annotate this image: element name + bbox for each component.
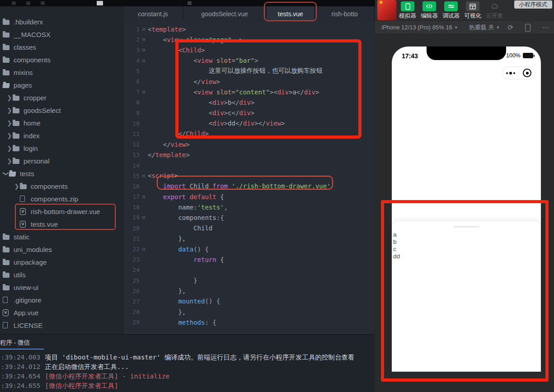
tool-cloud[interactable]: 云开发 [484,1,505,20]
chevron-right-icon[interactable]: ❯ [6,145,13,151]
wechat-capsule[interactable] [502,66,535,79]
line-number: 16 [123,183,140,190]
fold-marker-icon[interactable]: ⊟ [140,89,148,95]
file-icon [3,322,11,328]
editor-tab-tests.vue[interactable]: tests.vue [267,6,315,21]
code-line-8: 8 <div>b</div> [123,97,375,107]
miniprogram-mode-button[interactable]: 小程序模式 [514,0,553,9]
line-number: 24 [123,266,140,273]
tree-item-label: rish-bottom-drawer.vue [31,208,100,215]
tree-item-.gitignore[interactable]: .gitignore [0,294,123,306]
tree-item-personal[interactable]: ❯personal [0,154,123,167]
fold-marker-icon[interactable]: ⊟ [140,37,148,42]
chevron-right-icon[interactable]: ❯ [14,183,20,189]
code-line-12: 12 </view> [123,139,375,149]
user-avatar[interactable] [377,0,396,20]
drawer-item: a [393,231,400,238]
code-text: <template> [148,26,186,33]
tree-item-classes[interactable]: classes [0,41,123,53]
tree-item-uni_modules[interactable]: uni_modules [0,243,123,256]
tool-layout[interactable]: 可视化 [462,1,484,20]
tree-item-pages[interactable]: pages [0,79,123,91]
code-area[interactable]: 1⊟<template>2⊟ <view class="page" >3⊟ <C… [123,21,375,334]
line-number: 29 [123,319,140,326]
fold-marker-icon[interactable]: ⊟ [140,58,148,64]
log-message: 正在启动微信开发者工具... [45,363,129,370]
fold-marker-icon[interactable]: ⊟ [140,47,148,53]
code-text: }, [148,235,186,242]
tool-label: 模拟器 [399,12,416,20]
file-explorer: .hbuilderx__MACOSXclassescomponentsmixin… [0,6,123,334]
capsule-close-icon[interactable] [519,69,535,77]
cloud-icon[interactable] [488,1,501,11]
tree-item-goodsSelect[interactable]: ❯goodsSelect [0,104,123,117]
tree-item-unpackage[interactable]: unpackage [0,256,123,268]
tree-item-LICENSE[interactable]: LICENSE [0,319,123,331]
tree-item-label: tests.vue [31,220,58,228]
fold-marker-icon[interactable]: ⊟ [140,246,148,252]
tree-item-login[interactable]: ❯login [0,142,123,154]
code-line-1: 1⊟<template> [123,24,375,34]
drawer-item: dd [393,253,400,260]
chevron-right-icon[interactable]: ❯ [6,95,13,101]
tree-item-tests[interactable]: ❯tests [0,167,123,180]
tree-item-cropper[interactable]: ❯cropper [0,91,123,104]
code-line-28: 28 }, [123,307,375,317]
sliders-icon[interactable] [444,1,458,11]
refresh-icon[interactable]: ⟳ [507,23,513,32]
tree-item-label: classes [14,43,36,51]
menubar-icon [188,1,192,5]
tool-phone[interactable]: 模拟器 [397,1,418,20]
tree-item-components.zip[interactable]: components.zip [0,192,123,205]
fold-marker-icon[interactable]: ⊟ [140,173,148,179]
tree-item-.hbuilderx[interactable]: .hbuilderx [0,15,123,28]
chevron-right-icon[interactable]: ❯ [6,158,13,164]
editor-tab-constant.js[interactable]: constant.js [123,6,183,21]
tree-item-utils[interactable]: utils [0,268,123,281]
fold-marker-icon[interactable]: ⊟ [140,26,148,32]
folder-icon [3,44,11,50]
drawer-handle[interactable] [453,226,479,228]
fold-marker-icon[interactable]: ⊟ [140,215,148,220]
code-text: return { [148,256,224,263]
device-selector[interactable]: iPhone 12/13 (Pro) 85% 16 [381,24,452,31]
tree-item-home[interactable]: ❯home [0,117,123,129]
tree-item-tests.vue[interactable]: Vtests.vue [0,218,123,230]
tree-item-index[interactable]: ❯index [0,129,123,142]
folder-icon [3,259,11,265]
device-icon[interactable] [525,24,531,32]
more-icon[interactable]: ⋯ [542,23,549,32]
folder-icon [13,133,21,139]
hot-reload-toggle[interactable]: 热重载 关 [469,23,494,32]
tree-item-rish-bottom-drawer.vue[interactable]: Vrish-bottom-drawer.vue [0,205,123,218]
tree-item-uview-ui[interactable]: uview-ui [0,281,123,294]
chevron-down-icon[interactable]: ❯ [3,170,9,177]
tool-sliders[interactable]: 调试器 [440,1,462,20]
folder-icon [13,95,21,101]
tree-item-mixins[interactable]: mixins [0,66,123,79]
chevron-right-icon[interactable]: ❯ [6,120,13,126]
layout-icon[interactable] [466,1,479,11]
tree-item-App.vue[interactable]: VApp.vue [0,306,123,319]
line-number: 2 [123,36,140,43]
tree-item-components[interactable]: components [0,53,123,66]
code-line-24: 24 [123,265,375,275]
tree-item-__MACOSX[interactable]: __MACOSX [0,28,123,41]
tree-item-components[interactable]: ❯components [0,180,123,192]
tree-item-label: __MACOSX [14,31,51,38]
vue-file-icon: V [20,221,28,228]
code-line-17: 17⊟ export default { [123,191,375,202]
chevron-right-icon[interactable]: ❯ [6,133,13,139]
tree-item-static[interactable]: static [0,230,123,243]
capsule-more-icon[interactable] [502,72,519,75]
bottom-drawer[interactable]: abcdd 这里可以放操作按钮，也可以放购车按钮 [392,221,541,372]
editor-tab-goodsSelect.vue[interactable]: goodsSelect.vue [183,6,267,21]
tool-code[interactable]: 编辑器 [418,1,440,20]
editor-tabbar: constant.jsgoodsSelect.vuetests.vuerish-… [123,6,375,21]
editor-tab-rish-botto[interactable]: rish-botto [315,6,375,21]
fold-marker-icon[interactable]: ⊟ [140,194,148,200]
console-tab-weixin[interactable]: 程序 - 微信 [0,339,30,347]
phone-icon[interactable] [401,1,414,11]
code-icon[interactable] [423,1,436,11]
chevron-right-icon[interactable]: ❯ [6,107,13,113]
